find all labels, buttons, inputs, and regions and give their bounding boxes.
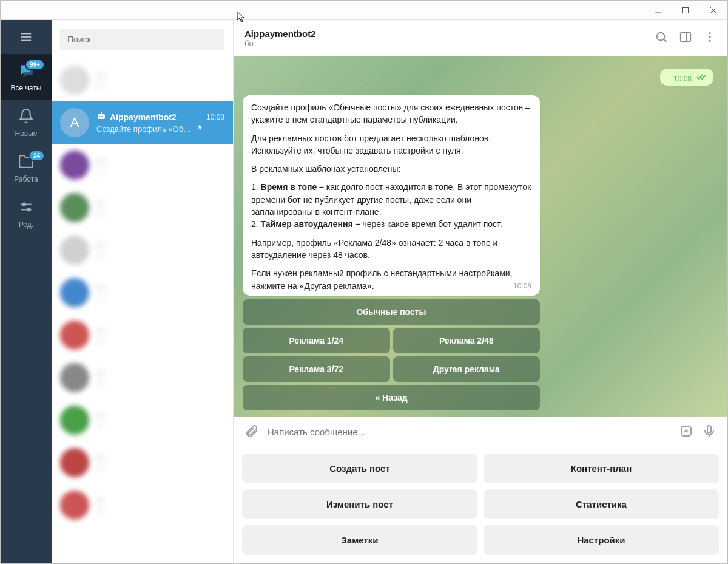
folder-label: Все чаты — [11, 84, 42, 92]
svg-rect-1 — [683, 7, 689, 13]
bell-icon — [18, 108, 34, 126]
reply-btn-content-plan[interactable]: Контент-план — [484, 454, 719, 483]
svg-point-21 — [709, 36, 710, 38]
more-menu-button[interactable] — [703, 30, 716, 46]
folder-label: Новые — [15, 129, 37, 138]
search-in-chat-button[interactable] — [655, 30, 668, 46]
chat-preview: Создайте профиль «Об… — [96, 124, 191, 134]
chat-row[interactable]: —— — [52, 399, 233, 441]
outgoing-message[interactable]: . 10:08 — [243, 69, 718, 86]
inline-btn-back[interactable]: « Назад — [243, 385, 540, 410]
inline-btn-other-ad[interactable]: Другая реклама — [393, 356, 541, 382]
svg-line-17 — [664, 39, 667, 42]
reply-btn-stats[interactable]: Статистика — [484, 489, 719, 519]
message-text: Создайте профиль «Обычные посты» для сво… — [251, 101, 531, 126]
reply-btn-notes[interactable]: Заметки — [242, 525, 477, 555]
chat-list: —— A Aippaymentbot2 10:08 Создайте профи… — [52, 20, 234, 563]
message-text: 1. Время в топе – как долго пост находит… — [251, 181, 531, 230]
folder-all-chats[interactable]: 99+ Все чаты — [1, 54, 52, 100]
folder-new[interactable]: Новые — [1, 100, 52, 145]
svg-point-8 — [23, 203, 25, 206]
bot-message-block: Создайте профиль «Обычные посты» для сво… — [243, 95, 540, 410]
read-checks-icon — [696, 72, 707, 83]
inline-btn-ad-3-72[interactable]: Реклама 3/72 — [243, 356, 390, 382]
chat-row[interactable]: —— — [52, 356, 233, 399]
message-text: Например, профиль «Реклама 2/48» означае… — [251, 237, 531, 262]
bot-commands-button[interactable] — [679, 424, 693, 441]
svg-rect-23 — [681, 426, 691, 436]
inline-btn-regular-posts[interactable]: Обычные посты — [243, 299, 540, 325]
svg-point-20 — [709, 32, 710, 33]
inline-keyboard: Обычные посты Реклама 1/24 Реклама 2/48 … — [243, 299, 540, 410]
avatar: A — [60, 108, 89, 137]
svg-rect-24 — [707, 426, 711, 433]
chat-title: Aippaymentbot2 — [244, 29, 644, 39]
message-time: 10:08 — [673, 75, 692, 83]
folder-edit[interactable]: Ред. — [1, 191, 52, 236]
message-bubble[interactable]: Создайте профиль «Обычные посты» для сво… — [243, 95, 540, 296]
chats-icon: 99+ — [18, 63, 34, 80]
chat-row[interactable]: —— — [52, 186, 233, 229]
folder-icon: 24 — [18, 154, 34, 171]
chat-row[interactable]: —— — [52, 314, 233, 356]
reply-btn-edit-post[interactable]: Изменить пост — [242, 489, 477, 519]
chat-row[interactable]: —— — [52, 59, 233, 101]
folder-work[interactable]: 24 Работа — [1, 145, 52, 191]
sliders-icon — [18, 199, 34, 217]
chat-row[interactable]: —— — [52, 484, 233, 526]
message-text: В рекламных шаблонах установлены: — [251, 163, 531, 175]
sidebar-toggle-button[interactable] — [679, 30, 692, 46]
svg-point-10 — [27, 208, 30, 211]
message-input[interactable] — [268, 423, 670, 441]
folder-label: Работа — [14, 175, 38, 183]
svg-point-12 — [99, 116, 101, 117]
voice-message-button[interactable] — [702, 424, 716, 441]
chat-row[interactable]: —— — [52, 229, 233, 271]
svg-point-16 — [657, 32, 665, 40]
message-list[interactable]: . 10:08 Создайте профиль «Обычные посты»… — [234, 56, 727, 417]
reply-btn-create-post[interactable]: Создать пост — [242, 454, 477, 483]
inline-btn-ad-1-24[interactable]: Реклама 1/24 — [243, 328, 390, 353]
chat-row[interactable]: —— — [52, 144, 233, 186]
unread-badge: 24 — [29, 150, 45, 161]
chat-row[interactable]: —— — [52, 441, 233, 484]
message-text: Если нужен рекламный профиль с нестандар… — [251, 268, 513, 290]
chat-title-block[interactable]: Aippaymentbot2 бот — [244, 29, 644, 48]
bot-icon — [96, 112, 106, 123]
composer: Создать пост Контент-план Изменить пост … — [234, 417, 727, 563]
pin-icon — [195, 124, 203, 134]
message-time: 10:08 — [513, 281, 531, 291]
window-maximize-button[interactable] — [672, 1, 699, 20]
reply-keyboard: Создать пост Контент-план Изменить пост … — [234, 447, 727, 563]
inline-btn-ad-2-48[interactable]: Реклама 2/48 — [393, 328, 541, 353]
reply-btn-settings[interactable]: Настройки — [484, 525, 719, 555]
svg-rect-11 — [98, 114, 105, 119]
chat-time: 10:08 — [206, 113, 224, 121]
svg-rect-18 — [681, 32, 691, 41]
svg-point-22 — [709, 39, 710, 41]
svg-point-13 — [102, 116, 103, 117]
chat-row-active[interactable]: A Aippaymentbot2 10:08 Создайте профиль … — [52, 101, 233, 144]
message-text: Для рекламных постов бот предлагает неск… — [251, 132, 531, 157]
chat-name: Aippaymentbot2 — [110, 112, 203, 122]
search-input[interactable] — [60, 29, 224, 50]
unread-badge: 99+ — [25, 59, 45, 70]
folder-label: Ред. — [19, 220, 33, 229]
chat-row[interactable]: —— — [52, 271, 233, 314]
window-close-button[interactable] — [699, 1, 727, 20]
chat-header: Aippaymentbot2 бот — [234, 20, 727, 56]
chat-background: . 10:08 Создайте профиль «Обычные посты»… — [234, 56, 727, 417]
menu-button[interactable] — [1, 20, 52, 54]
chat-main: Aippaymentbot2 бот . — [234, 20, 727, 563]
window-titlebar — [1, 1, 727, 20]
window-minimize-button[interactable] — [644, 1, 672, 20]
attach-button[interactable] — [244, 424, 259, 441]
chat-subtitle: бот — [244, 39, 644, 48]
folder-sidebar: 99+ Все чаты Новые 24 Работа — [1, 20, 52, 563]
svg-point-15 — [101, 112, 102, 113]
